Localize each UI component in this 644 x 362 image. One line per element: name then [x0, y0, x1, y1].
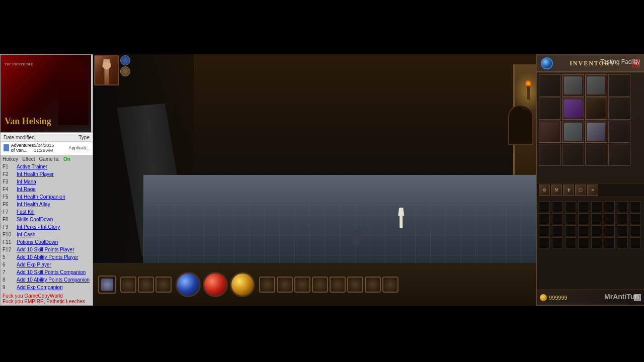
effect-9[interactable]: Add Exp Companion: [17, 284, 63, 291]
hud-orb-blue[interactable]: [176, 272, 201, 297]
inv-cell[interactable]: [552, 225, 563, 236]
hotkey-6[interactable]: 6Add Exp Player: [3, 261, 91, 268]
effect-f3[interactable]: Inf.Mana: [17, 178, 36, 186]
inv-cell[interactable]: [630, 225, 641, 236]
inv-cell[interactable]: [552, 213, 563, 224]
inv-cell[interactable]: [630, 213, 641, 224]
effect-f11[interactable]: Potions CoolDown: [17, 238, 58, 246]
hotkey-f3[interactable]: F3Inf.Mana: [3, 178, 91, 186]
inv-cell[interactable]: [604, 201, 615, 212]
effect-7[interactable]: Add 10 Skill Points Companion: [17, 268, 86, 276]
inv-cell[interactable]: [591, 201, 602, 212]
eq-slot-12[interactable]: [608, 121, 630, 143]
effect-f2[interactable]: Inf.Health Player: [17, 170, 54, 178]
inv-cell[interactable]: [578, 201, 589, 212]
hotkey-7[interactable]: 7Add 10 Skill Points Companion: [3, 268, 91, 276]
hotkey-f4[interactable]: F4Inf.Rage: [3, 186, 91, 193]
eq-slot-4[interactable]: [608, 74, 630, 97]
file-row[interactable]: Adventures of Van... 5/24/2015 11:26 AM …: [2, 142, 92, 154]
inv-tool-4[interactable]: ⬡: [575, 185, 586, 196]
eq-slot-14[interactable]: [562, 144, 584, 166]
hotkey-f12[interactable]: F12Add 10 Skill Points Player: [3, 246, 91, 253]
portrait-icon-1[interactable]: [120, 55, 130, 65]
inv-cell[interactable]: [591, 237, 602, 248]
hotkey-f2[interactable]: F2Inf.Health Player: [3, 170, 91, 178]
effect-f1[interactable]: Active Trainer: [17, 163, 47, 170]
hud-skill-1[interactable]: [98, 276, 116, 294]
effect-f5[interactable]: Inf.Health Companion: [17, 193, 65, 201]
effect-8[interactable]: Add 10 Ability Points Companion: [17, 276, 90, 284]
hud-orb-yellow[interactable]: [230, 272, 255, 297]
portrait-icon-2[interactable]: [120, 66, 130, 76]
inv-cell[interactable]: [539, 237, 550, 248]
inv-cell[interactable]: [591, 225, 602, 236]
inv-cell[interactable]: [578, 225, 589, 236]
inv-cell[interactable]: [565, 225, 576, 236]
inv-cell[interactable]: [539, 225, 550, 236]
hud-skill-12[interactable]: [382, 277, 398, 293]
inv-cell[interactable]: [552, 201, 563, 212]
eq-slot-1[interactable]: [539, 74, 561, 97]
eq-slot-6[interactable]: [562, 98, 584, 120]
hotkey-f7[interactable]: F7Fast Kill: [3, 208, 91, 216]
hud-skill-7[interactable]: [294, 277, 310, 293]
hotkey-8[interactable]: 8Add 10 Ability Points Companion: [3, 276, 91, 284]
inv-cell[interactable]: [630, 237, 641, 248]
hotkey-f11[interactable]: F11Potions CoolDown: [3, 238, 91, 246]
inv-tool-1[interactable]: ⚙: [539, 185, 550, 196]
eq-slot-10[interactable]: [562, 121, 584, 143]
eq-slot-7[interactable]: [585, 98, 607, 120]
hud-skill-9[interactable]: [330, 277, 346, 293]
hotkey-9[interactable]: 9Add Exp Companion: [3, 284, 91, 291]
effect-f12[interactable]: Add 10 Skill Points Player: [17, 246, 74, 253]
effect-f6[interactable]: Inf.Health Allay: [17, 201, 50, 208]
inv-cell[interactable]: [630, 201, 641, 212]
inv-cell[interactable]: [617, 225, 628, 236]
inv-cell[interactable]: [565, 201, 576, 212]
eq-slot-13[interactable]: [539, 144, 561, 166]
effect-f4[interactable]: Inf.Rage: [17, 186, 36, 193]
inventory-orb[interactable]: [541, 57, 553, 69]
effect-f10[interactable]: Inf.Cash: [17, 231, 35, 238]
inv-cell[interactable]: [617, 213, 628, 224]
inv-cell[interactable]: [565, 213, 576, 224]
inv-tool-5[interactable]: ≡: [587, 185, 598, 196]
hud-skill-11[interactable]: [365, 277, 381, 293]
eq-slot-2[interactable]: [562, 74, 584, 97]
inv-tool-3[interactable]: 🗡: [563, 185, 574, 196]
hud-skill-6[interactable]: [277, 277, 293, 293]
hud-orb-red[interactable]: [203, 272, 228, 297]
hud-skill-8[interactable]: [312, 277, 328, 293]
hud-skill-3[interactable]: [138, 277, 154, 293]
inv-cell[interactable]: [578, 237, 589, 248]
effect-f9[interactable]: Inf.Perks - Inf.Glory: [17, 223, 60, 231]
hotkey-f6[interactable]: F6Inf.Health Allay: [3, 201, 91, 208]
inv-cell[interactable]: [565, 237, 576, 248]
hud-skill-5[interactable]: [259, 277, 275, 293]
eq-slot-8[interactable]: [608, 98, 630, 120]
effect-f7[interactable]: Fast Kill: [17, 208, 35, 216]
hotkey-5[interactable]: 5Add 10 Ability Points Player: [3, 253, 91, 261]
eq-slot-11[interactable]: [585, 121, 607, 143]
hud-skill-2[interactable]: [120, 277, 136, 293]
eq-slot-15[interactable]: [585, 144, 607, 166]
eq-slot-16[interactable]: [608, 144, 630, 166]
effect-5[interactable]: Add 10 Ability Points Player: [17, 253, 78, 261]
effect-f8[interactable]: Skills CoolDown: [17, 216, 53, 223]
hud-skill-10[interactable]: [347, 277, 363, 293]
inv-cell[interactable]: [539, 201, 550, 212]
inv-cell[interactable]: [552, 237, 563, 248]
hotkey-f1[interactable]: F1Active Trainer: [3, 163, 91, 170]
hotkey-f5[interactable]: F5Inf.Health Companion: [3, 193, 91, 201]
hotkey-f9[interactable]: F9Inf.Perks - Inf.Glory: [3, 223, 91, 231]
eq-slot-3[interactable]: [585, 74, 607, 97]
inv-cell[interactable]: [617, 237, 628, 248]
inv-cell[interactable]: [617, 201, 628, 212]
player-portrait[interactable]: [94, 55, 119, 85]
eq-slot-5[interactable]: [539, 98, 561, 120]
inv-cell[interactable]: [604, 237, 615, 248]
inv-cell[interactable]: [591, 213, 602, 224]
inv-cell[interactable]: [578, 213, 589, 224]
effect-6[interactable]: Add Exp Player: [17, 261, 51, 268]
hotkey-f8[interactable]: F8Skills CoolDown: [3, 216, 91, 223]
